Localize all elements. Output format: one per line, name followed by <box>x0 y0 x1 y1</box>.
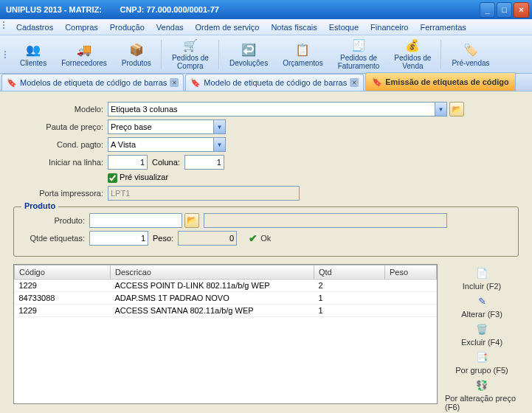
col-descricao[interactable]: Descricao <box>111 265 314 279</box>
qtde-etiquetas-input[interactable] <box>89 231 148 246</box>
menu-ordem-servico[interactable]: Ordem de serviço <box>190 21 266 34</box>
cell-codigo: 1229 <box>15 279 111 291</box>
app-title: UNIPLUS 2013 - MATRIZ: <box>6 5 102 14</box>
table-row[interactable]: 1229ACCESS SANTANA 802.11a/b/g WEP1 <box>15 304 437 316</box>
toolbar-devolucoes[interactable]: ↩️ Devoluções <box>223 38 274 72</box>
produto-groupbox: Produto Produto: 📂 Qtde etiquetas: Peso:… <box>13 206 519 257</box>
menu-vendas[interactable]: Vendas <box>151 21 190 34</box>
toolbar-produtos[interactable]: 📦 Produtos <box>115 38 158 72</box>
cell-qtd: 1 <box>314 291 385 304</box>
ok-button[interactable]: ✔ Ok <box>243 231 277 246</box>
minimize-button[interactable]: _ <box>480 2 495 18</box>
cell-descricao: ACCESS POINT D-LINK 802.11a/b/g WEP <box>111 279 314 291</box>
tab-emissao-etiquetas[interactable]: 🔖 Emissão de etiquetas de código <box>365 72 516 91</box>
cell-qtd: 2 <box>314 279 385 291</box>
toolbar-pre-vendas[interactable]: 🏷️ Pré-vendas <box>445 38 496 72</box>
sales-orders-icon: 💰 <box>404 38 421 52</box>
cond-pagto-select[interactable] <box>108 137 226 152</box>
tab-close-icon[interactable]: × <box>170 78 179 87</box>
tab-label: Modelos de etiqueta de código de barras <box>20 78 167 87</box>
toolbar-label: Fornecedores <box>61 59 107 67</box>
tab-bar: 🔖 Modelos de etiqueta de código de barra… <box>0 74 532 91</box>
cell-peso <box>385 291 437 304</box>
coluna-label: Coluna: <box>148 158 184 167</box>
cnpj-label: CNPJ: 77.000.000/0001-77 <box>120 5 219 14</box>
toolbar-label: Devoluções <box>229 59 268 67</box>
produto-lookup-button[interactable]: 📂 <box>184 213 199 228</box>
menu-ferramentas[interactable]: Ferramentas <box>414 21 471 34</box>
toolbar-grip[interactable] <box>4 40 9 69</box>
side-label: Por alteração preço (F6) <box>445 394 519 412</box>
menu-financeiro[interactable]: Financeiro <box>365 21 414 34</box>
iniciar-linha-input[interactable] <box>108 155 148 170</box>
porta-impressora-input <box>108 186 300 201</box>
porta-impressora-label: Porta impressora: <box>13 189 108 198</box>
pre-visualizar-checkbox[interactable] <box>108 173 117 183</box>
cell-descricao: ADAP.SMS 1T PADRAO NOVO <box>111 291 314 304</box>
menu-notas-fiscais[interactable]: Notas fiscais <box>265 21 322 34</box>
toolbar-pedidos-compra[interactable]: 🛒 Pedidos de Compra <box>165 38 215 72</box>
menubar-grip[interactable] <box>3 21 7 33</box>
cell-codigo: 84733088 <box>15 291 111 304</box>
pre-visualizar-checkbox-wrap[interactable]: Pré visualizar <box>108 173 168 183</box>
quotes-icon: 📋 <box>294 41 311 58</box>
returns-icon: ↩️ <box>241 41 257 58</box>
col-qtd[interactable]: Qtd <box>314 265 385 279</box>
menu-bar: Cadastros Compras Produção Vendas Ordem … <box>0 19 532 35</box>
modelo-label: Modelo: <box>13 105 108 114</box>
cell-descricao: ACCESS SANTANA 802.11a/b/g WEP <box>111 304 314 316</box>
tab-modelos-etiqueta[interactable]: 🔖 Modelos de etiqueta de código de barra… <box>1 74 184 91</box>
modelo-lookup-button[interactable]: 📂 <box>449 102 464 117</box>
peso-label: Peso: <box>148 234 178 243</box>
group-icon: 📑 <box>475 351 488 364</box>
excluir-button[interactable]: 🗑️ Excluir (F4) <box>461 323 502 347</box>
toolbar-separator <box>441 40 442 69</box>
toolbar-orcamentos[interactable]: 📋 Orçamentos <box>276 38 329 72</box>
produto-group-title: Produto <box>21 201 58 210</box>
produto-label: Produto: <box>21 216 89 225</box>
toolbar-label: Pedidos de Compra <box>172 54 209 70</box>
modelo-select[interactable] <box>108 102 447 117</box>
toolbar-label: Pré-vendas <box>452 59 489 67</box>
maximize-button[interactable]: □ <box>497 2 512 18</box>
incluir-button[interactable]: 📄 Incluir (F2) <box>463 267 502 291</box>
menu-compras[interactable]: Compras <box>59 21 104 34</box>
toolbar-fornecedores[interactable]: 🚚 Fornecedores <box>55 38 114 72</box>
produto-desc-input <box>204 213 447 228</box>
delete-icon: 🗑️ <box>475 323 488 336</box>
toolbar-pedidos-faturamento[interactable]: 🧾 Pedidos de Faturamento <box>331 38 387 72</box>
side-label: Excluir (F4) <box>461 338 502 347</box>
alterar-button[interactable]: ✎ Alterar (F3) <box>461 295 502 319</box>
pauta-select[interactable] <box>108 119 226 134</box>
table-row[interactable]: 84733088ADAP.SMS 1T PADRAO NOVO1 <box>15 291 437 304</box>
side-actions: 📄 Incluir (F2) ✎ Alterar (F3) 🗑️ Excluir… <box>445 264 519 412</box>
menu-cadastros[interactable]: Cadastros <box>10 21 59 34</box>
close-window-button[interactable]: × <box>514 2 529 18</box>
menu-producao[interactable]: Produção <box>104 21 151 34</box>
table-row[interactable]: 1229ACCESS POINT D-LINK 802.11a/b/g WEP2 <box>15 279 437 291</box>
menu-estoque[interactable]: Estoque <box>323 21 365 34</box>
clients-icon: 👥 <box>25 41 41 58</box>
tab-modelo-etiqueta[interactable]: 🔖 Modelo de etiqueta de código de barras… <box>185 74 364 91</box>
toolbar: 👥 Clientes 🚚 Fornecedores 📦 Produtos 🛒 P… <box>0 35 532 74</box>
pauta-label: Pauta de preço: <box>13 122 108 131</box>
produto-code-input[interactable] <box>89 213 182 228</box>
coluna-input[interactable] <box>184 155 224 170</box>
tab-icon: 🔖 <box>372 77 382 87</box>
title-bar: UNIPLUS 2013 - MATRIZ: CNPJ: 77.000.000/… <box>0 0 532 19</box>
tab-label: Emissão de etiquetas de código <box>385 77 509 86</box>
tab-icon: 🔖 <box>190 77 201 88</box>
toolbar-clientes[interactable]: 👥 Clientes <box>13 38 53 72</box>
tab-close-icon[interactable]: × <box>350 78 359 87</box>
side-label: Alterar (F3) <box>461 310 502 319</box>
tab-icon: 🔖 <box>7 77 17 88</box>
cell-peso <box>385 279 437 291</box>
products-grid[interactable]: Código Descricao Qtd Peso 1229ACCESS POI… <box>13 264 438 404</box>
cell-codigo: 1229 <box>15 304 111 316</box>
toolbar-pedidos-venda[interactable]: 💰 Pedidos de Venda <box>387 38 438 72</box>
por-alteracao-preco-button[interactable]: 💱 Por alteração preço (F6) <box>445 379 519 412</box>
col-peso[interactable]: Peso <box>385 265 437 279</box>
col-codigo[interactable]: Código <box>15 265 111 279</box>
por-grupo-button[interactable]: 📑 Por grupo (F5) <box>455 351 508 375</box>
toolbar-label: Clientes <box>20 59 46 67</box>
